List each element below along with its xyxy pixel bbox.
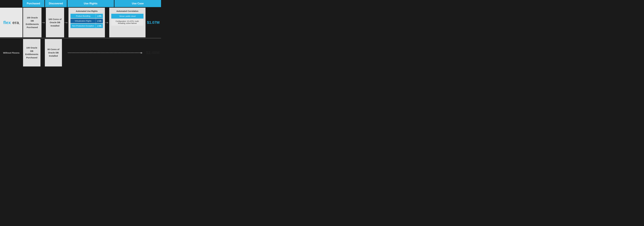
ur-label-1: Virtualization Rights [70, 19, 96, 23]
config-row: Configuration: 10 vCPU; multi-threading;… [111, 19, 144, 26]
header-row: Purchased Discovered Use Rights Use Case [22, 0, 161, 7]
discovered-header: Discovered [45, 0, 67, 7]
ur-label-2: Non-Production Exception [70, 24, 96, 28]
top-purchased-cell: 100 Oracle DB Entitlements Purchased [23, 8, 42, 37]
without-flexera-label: Without Flexera [3, 52, 19, 54]
bottom-purchased-text: 100 Oracle DB Entitlements Purchased [25, 46, 38, 59]
svg-text:™: ™ [18, 23, 20, 25]
bottom-discovered-cell: 80 Cores of Oracle DB Installed [45, 39, 62, 66]
dashed-arrow-head: ► [140, 51, 143, 54]
top-discovered-text: 100 Cores of Oracle DB Installed [48, 18, 62, 27]
page-container: Purchased Discovered Use Rights Use Case… [0, 0, 161, 66]
ur-value-0: (-20) [96, 14, 103, 18]
purchased-header: Purchased [22, 0, 44, 7]
flexera-logo-container: flex era ™ [0, 8, 22, 37]
use-rights-header: Use Rights [68, 0, 114, 7]
ur-row-2: Non-Production Exception (-18) [70, 24, 103, 28]
top-price-container: $1.07M [146, 8, 161, 37]
separator [0, 38, 161, 38]
ur-label-0: Product Bundling [70, 14, 96, 18]
bottom-section: Without Flexera 100 Oracle DB Entitlemen… [0, 39, 161, 66]
use-case-subtitle: Automated Correlation [111, 10, 144, 12]
top-use-rights-cell: Automated Use Rights Product Bundling (-… [68, 8, 105, 37]
bottom-dashed-area: ► [66, 39, 145, 66]
top-price: $1.07M [147, 20, 160, 25]
flexera-logo-svg: flex era ™ [2, 20, 20, 25]
bottom-price: $2.40M [146, 50, 160, 55]
bottom-price-container: $2.40M [145, 39, 161, 66]
use-case-header: Use Case [114, 0, 161, 7]
bottom-gap-2 [62, 39, 66, 66]
svg-text:era: era [12, 20, 19, 25]
use-rights-subtitle: Automated Use Rights [70, 10, 103, 12]
top-use-case-cell: Automated Correlation Venue: public clou… [109, 8, 146, 37]
bottom-discovered-text: 80 Cores of Oracle DB Installed [47, 48, 60, 58]
top-section: flex era ™ 100 Oracle DB Entitlements Pu… [0, 8, 161, 37]
bottom-purchased-cell: 100 Oracle DB Entitlements Purchased [23, 39, 40, 66]
dashed-line [68, 53, 141, 53]
ur-value-2: (-18) [96, 24, 103, 28]
bottom-gap-1 [40, 39, 45, 66]
without-flexera-label-container: Without Flexera [0, 39, 22, 66]
flexera-logo: flex era ™ [2, 20, 20, 25]
use-rights-rows: Product Bundling (-20) Virtualization Ri… [70, 14, 103, 28]
venue-row: Venue: public cloud [111, 14, 144, 18]
ur-row-0: Product Bundling (-20) [70, 14, 103, 18]
use-case-rows: Venue: public cloud Configuration: 10 vC… [111, 14, 144, 26]
top-purchased-text: 100 Oracle DB Entitlements Purchased [25, 16, 39, 29]
svg-text:flex: flex [3, 20, 11, 25]
main-container: Purchased Discovered Use Rights Use Case… [0, 0, 161, 66]
arrow-2: ► [64, 8, 68, 37]
ur-value-1: (-12) [96, 19, 103, 23]
ur-row-1: Virtualization Rights (-12) [70, 19, 103, 23]
arrow-3: ► [105, 8, 109, 37]
top-discovered-cell: 100 Cores of Oracle DB Installed [46, 8, 64, 37]
arrow-1: ► [42, 8, 46, 37]
